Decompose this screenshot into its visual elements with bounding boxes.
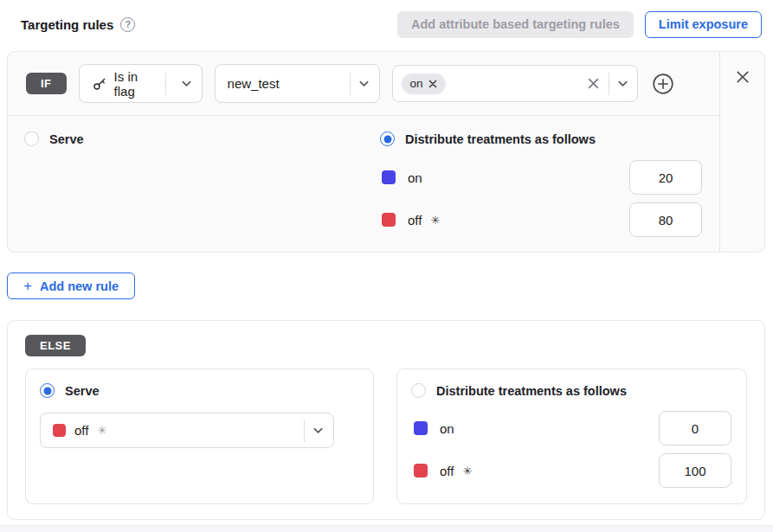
else-rule-card: ELSE Serve off ✳ <box>7 320 765 520</box>
remove-tag-icon[interactable] <box>428 80 437 88</box>
limit-exposure-button[interactable]: Limit exposure <box>645 11 762 38</box>
treatment-row-on: on <box>380 160 702 195</box>
else-distribute-label: Distribute treatments as follows <box>436 384 627 398</box>
treatment-off-swatch <box>53 424 66 437</box>
chevron-down-icon <box>358 77 370 90</box>
add-attribute-rules-button[interactable]: Add attribute based targeting rules <box>397 11 634 38</box>
header: Targeting rules ? Add attribute based ta… <box>7 9 765 38</box>
treatment-name: on <box>440 421 454 436</box>
if-rule-card: IF Is in flag new_test <box>7 51 765 253</box>
rule-main: IF Is in flag new_test <box>8 52 719 252</box>
treatment-on-swatch <box>382 170 396 184</box>
else-distribute-radio[interactable] <box>411 383 426 398</box>
key-icon <box>92 76 107 92</box>
plus-icon: + <box>23 279 32 293</box>
rule-side-column <box>719 52 764 252</box>
header-left: Targeting rules ? <box>21 17 135 32</box>
selected-treatment-tag[interactable]: on <box>402 74 446 94</box>
else-serve-option[interactable]: Serve <box>40 383 359 398</box>
divider <box>165 73 166 95</box>
next-section-edge <box>0 525 773 532</box>
divider <box>350 73 351 95</box>
else-serve-card: Serve off ✳ <box>25 369 374 504</box>
serve-label: Serve <box>49 132 84 146</box>
divider <box>609 73 609 95</box>
flag-dropdown[interactable]: new_test <box>215 64 380 103</box>
treatment-name: on <box>408 170 422 185</box>
page-title: Targeting rules <box>21 17 113 32</box>
help-icon[interactable]: ? <box>120 17 135 32</box>
treatment-on-percent-input[interactable] <box>629 160 702 195</box>
else-distribute-option[interactable]: Distribute treatments as follows <box>411 383 732 398</box>
chevron-down-icon <box>616 77 629 90</box>
else-distribute-card: Distribute treatments as follows on off … <box>396 369 747 504</box>
clear-selection-icon[interactable] <box>585 75 602 92</box>
serve-option[interactable]: Serve <box>24 131 380 146</box>
else-serve-label: Serve <box>65 384 100 398</box>
serve-radio[interactable] <box>24 131 39 146</box>
treatments-multiselect[interactable]: on <box>392 65 638 102</box>
else-treatment-on-percent-input[interactable] <box>659 411 731 445</box>
treatment-off-swatch <box>414 464 428 478</box>
rule-serve-section: Serve Distribute treatments as follows o… <box>8 115 719 252</box>
else-treatment-off-percent-input[interactable] <box>659 453 731 488</box>
tag-label: on <box>410 77 423 90</box>
flag-value: new_test <box>228 76 280 91</box>
else-columns: Serve off ✳ Distribute treatments as fol… <box>25 369 747 504</box>
else-treatment-row-on: on <box>411 411 732 445</box>
if-badge: IF <box>26 73 67 94</box>
chevron-down-icon <box>312 424 325 437</box>
distribute-label: Distribute treatments as follows <box>405 132 596 146</box>
else-treatment-row-off: off ✳ <box>411 453 732 488</box>
serve-column: Serve <box>24 131 380 252</box>
default-treatment-icon: ✳ <box>462 465 472 478</box>
treatment-on-swatch <box>414 421 428 435</box>
targeting-rules-panel: Targeting rules ? Add attribute based ta… <box>0 0 773 520</box>
default-treatment-icon: ✳ <box>97 424 106 437</box>
add-new-rule-label: Add new rule <box>40 279 119 293</box>
chevron-down-icon <box>180 77 193 90</box>
matcher-dropdown[interactable]: Is in flag <box>79 64 203 103</box>
treatment-row-off: off ✳ <box>380 202 702 237</box>
treatment-name: off <box>408 213 422 228</box>
add-condition-icon[interactable] <box>650 71 676 97</box>
divider <box>304 420 305 442</box>
delete-rule-icon[interactable] <box>734 68 751 86</box>
treatment-off-swatch <box>382 213 396 227</box>
default-treatment-icon: ✳ <box>430 214 440 227</box>
rule-condition-row: IF Is in flag new_test <box>8 52 719 115</box>
else-serve-radio[interactable] <box>40 383 55 398</box>
serve-treatment-value: off <box>74 423 88 438</box>
else-badge: ELSE <box>25 335 86 356</box>
matcher-value: Is in flag <box>114 69 158 99</box>
treatment-name: off <box>440 464 454 478</box>
header-actions: Add attribute based targeting rules Limi… <box>397 11 762 38</box>
add-new-rule-button[interactable]: + Add new rule <box>7 272 135 299</box>
else-serve-treatment-dropdown[interactable]: off ✳ <box>40 413 334 448</box>
distribute-radio[interactable] <box>380 131 395 146</box>
distribute-column: Distribute treatments as follows on off … <box>380 131 702 252</box>
distribute-option[interactable]: Distribute treatments as follows <box>380 131 702 146</box>
treatment-off-percent-input[interactable] <box>629 202 702 237</box>
